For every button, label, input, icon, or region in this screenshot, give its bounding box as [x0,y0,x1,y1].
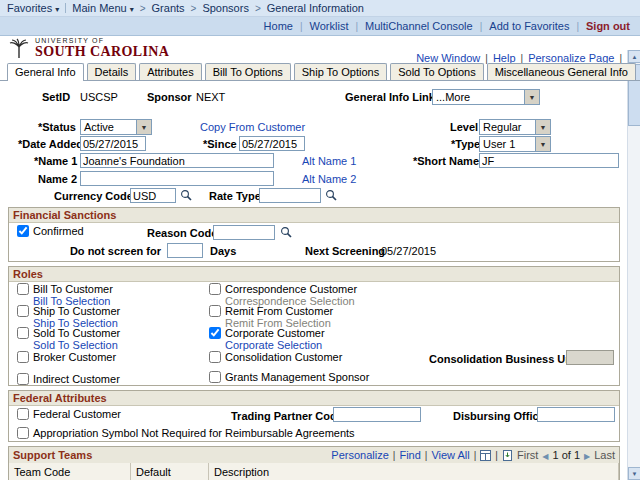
trading-partner-code-input[interactable] [333,407,421,422]
view-all-link[interactable]: View All [431,449,469,461]
previous-row-icon[interactable] [542,449,548,461]
appropriation-symbol-checkbox-input[interactable] [17,427,29,439]
breadcrumb-general-information[interactable]: General Information [267,2,364,14]
corporate-customer-checkbox-input[interactable] [209,327,221,339]
grid-header-row: Team Code Default Description [9,463,619,480]
breadcrumb-separator-icon [191,2,197,14]
alt-name2-link[interactable]: Alt Name 2 [302,173,356,185]
level-select[interactable]: Regular [479,119,551,135]
copy-from-customer-link[interactable]: Copy From Customer [200,121,305,133]
scroll-up-icon[interactable] [628,50,640,63]
add-to-favorites-link[interactable]: Add to Favorites [489,20,569,32]
download-icon[interactable] [502,450,513,461]
correspondence-customer-checkbox[interactable]: Correspondence Customer [209,283,357,295]
main-menu[interactable]: Main Menu [72,2,133,14]
row-count: 1 of 1 [553,449,581,461]
indirect-customer-checkbox-input[interactable] [17,373,29,385]
do-not-screen-days-input[interactable] [167,243,203,258]
logo-line2: SOUTH CAROLINA [35,44,169,60]
divider [425,449,428,461]
first-link[interactable]: First [517,449,538,461]
sold-to-customer-checkbox-input[interactable] [17,327,29,339]
remit-from-customer-checkbox[interactable]: Remit From Customer [209,305,333,317]
tab-ship-to-options[interactable]: Ship To Options [294,63,387,80]
scroll-down-icon[interactable] [628,467,640,480]
currency-code-input[interactable] [130,188,176,203]
bill-to-customer-checkbox[interactable]: Bill To Customer [17,283,113,295]
worklist-link[interactable]: Worklist [310,20,349,32]
short-name-input[interactable] [479,153,619,168]
ship-to-customer-checkbox[interactable]: Ship To Customer [17,305,120,317]
consolidation-customer-checkbox-input[interactable] [209,351,221,363]
confirmed-checkbox-input[interactable] [17,225,29,237]
rate-type-input[interactable] [259,188,321,203]
tab-details[interactable]: Details [87,63,137,80]
type-select[interactable]: User 1 [479,136,551,152]
appropriation-symbol-checkbox[interactable]: Appropriation Symbol Not Required for Re… [17,427,355,439]
column-default: Default [131,463,209,480]
disbursing-office-input[interactable] [537,407,615,422]
bill-to-customer-checkbox-input[interactable] [17,283,29,295]
tab-bill-to-options[interactable]: Bill To Options [205,63,291,80]
federal-customer-checkbox-input[interactable] [17,408,29,420]
breadcrumb-separator-icon [140,2,146,14]
tab-general-info[interactable]: General Info [7,63,84,81]
indirect-customer-checkbox[interactable]: Indirect Customer [17,373,120,385]
tab-attributes[interactable]: Attributes [139,63,201,80]
caret-down-icon [130,2,134,14]
remit-from-customer-checkbox-input[interactable] [209,305,221,317]
consolidation-customer-checkbox[interactable]: Consolidation Customer [209,351,342,363]
name1-input[interactable] [80,153,274,168]
alt-name1-link[interactable]: Alt Name 1 [302,155,356,167]
corporate-customer-checkbox[interactable]: Corporate Customer [209,327,325,339]
divider [300,20,303,32]
last-link[interactable]: Last [594,449,615,461]
personalize-link[interactable]: Personalize [331,449,388,461]
tab-miscellaneous-general-info[interactable]: Miscellaneous General Info [487,63,636,80]
home-link[interactable]: Home [264,20,293,32]
since-input[interactable] [239,136,305,151]
confirmed-checkbox[interactable]: Confirmed [17,225,84,237]
status-value: Active [81,120,136,134]
broker-customer-label: Broker Customer [33,351,116,363]
rate-type-lookup-icon[interactable] [325,189,338,202]
grants-management-sponsor-checkbox-input[interactable] [209,371,221,383]
corporate-selection-link[interactable]: Corporate Selection [225,339,322,351]
reason-code-input[interactable] [213,225,275,240]
tab-sold-to-options[interactable]: Sold To Options [390,63,483,80]
divider [393,449,396,461]
sold-to-customer-checkbox[interactable]: Sold To Customer [17,327,120,339]
since-label: *Since [203,138,237,150]
peoplesoft-general-information-page: Favorites Main Menu Grants Sponsors Gene… [0,0,640,480]
multichannel-console-link[interactable]: MultiChannel Console [365,20,473,32]
favorites-menu[interactable]: Favorites [7,2,59,14]
currency-code-lookup-icon[interactable] [180,189,193,202]
column-description: Description [209,463,619,480]
name2-input[interactable] [80,171,274,186]
level-label: Level [450,121,478,133]
grid-zoom-icon[interactable] [480,450,491,461]
status-select[interactable]: Active [80,119,152,135]
breadcrumb-bar: Favorites Main Menu Grants Sponsors Gene… [0,0,640,17]
grants-management-sponsor-checkbox[interactable]: Grants Management Sponsor [209,371,369,383]
vertical-scrollbar[interactable] [627,50,640,480]
divider [480,20,483,32]
federal-customer-checkbox[interactable]: Federal Customer [17,408,121,420]
sold-to-selection-link[interactable]: Sold To Selection [33,339,118,351]
find-link[interactable]: Find [399,449,420,461]
appropriation-symbol-label: Appropriation Symbol Not Required for Re… [33,427,355,439]
divider [474,449,477,461]
correspondence-customer-checkbox-input[interactable] [209,283,221,295]
general-info-links-select[interactable]: ...More [432,89,540,105]
reason-code-lookup-icon[interactable] [280,226,293,239]
breadcrumb-sponsors[interactable]: Sponsors [202,2,248,14]
broker-customer-checkbox-input[interactable] [17,351,29,363]
setid-value: USCSP [80,91,118,103]
dropdown-arrow-icon [535,120,550,134]
sign-out-link[interactable]: Sign out [586,20,630,32]
broker-customer-checkbox[interactable]: Broker Customer [17,351,116,363]
next-row-icon[interactable] [584,449,590,461]
date-added-input[interactable] [80,136,146,151]
breadcrumb-grants[interactable]: Grants [152,2,185,14]
ship-to-customer-checkbox-input[interactable] [17,305,29,317]
